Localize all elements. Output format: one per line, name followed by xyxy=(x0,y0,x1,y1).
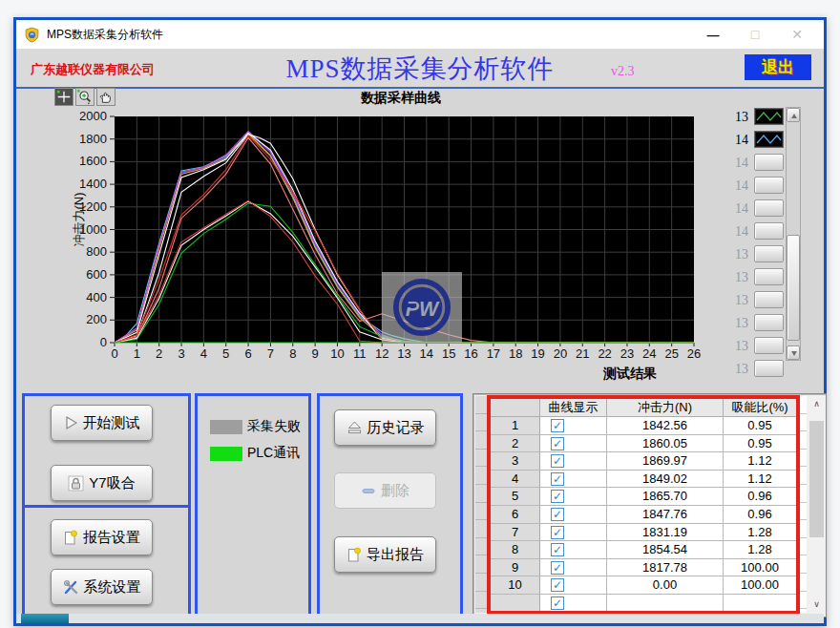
table-row: 9✓1817.78100.00 xyxy=(491,559,796,577)
window-title: MPS数据采集分析软件 xyxy=(47,27,163,43)
results-table: 曲线显示 冲击力(N) 吸能比(%) 1✓1842.560.952✓1860.0… xyxy=(472,393,827,618)
table-header-row: 曲线显示 冲击力(N) 吸能比(%) xyxy=(491,399,796,417)
row-index-cell: 1 xyxy=(491,417,540,435)
zoom-tool-icon[interactable] xyxy=(75,88,94,106)
x-tick-label: 11 xyxy=(347,346,372,361)
watermark-logo: PW xyxy=(382,272,462,343)
table-cell: 100.00 xyxy=(724,576,796,595)
table-cell: 1865.70 xyxy=(607,488,724,506)
table-cell: 0.96 xyxy=(724,488,796,506)
table-cell: 1854.54 xyxy=(607,541,724,559)
results-title: 测试结果 xyxy=(535,366,725,383)
curve-display-checkbox[interactable]: ✓ xyxy=(551,526,564,539)
x-tick-label: 2 xyxy=(147,346,172,361)
start-test-button[interactable]: 开始测试 xyxy=(51,405,153,441)
x-tick-label: 19 xyxy=(526,346,551,361)
legend-swatch[interactable] xyxy=(754,199,784,217)
legend-swatch[interactable] xyxy=(754,108,784,125)
curve-display-checkbox[interactable]: ✓ xyxy=(551,578,564,592)
legend-swatch[interactable] xyxy=(754,177,784,194)
legend-swatch[interactable] xyxy=(754,360,784,377)
table-scrollbar-thumb[interactable] xyxy=(809,421,824,537)
table-row: 5✓1865.700.96 xyxy=(491,488,796,506)
curve-display-checkbox[interactable]: ✓ xyxy=(551,597,564,610)
legend-swatch[interactable] xyxy=(754,131,784,148)
table-cell: ✓ xyxy=(540,559,607,577)
table-cell: ✓ xyxy=(540,471,607,489)
legend-swatch[interactable] xyxy=(754,245,784,262)
legend-swatch[interactable] xyxy=(754,154,784,171)
exit-button[interactable]: 退出 xyxy=(745,54,811,80)
legend-swatch[interactable] xyxy=(754,222,784,240)
export-doc-icon xyxy=(346,547,362,563)
page-title: MPS数据采集分析软件 xyxy=(16,52,824,86)
legend-scroll-down-icon[interactable] xyxy=(787,345,800,360)
legend-scrollbar[interactable] xyxy=(786,107,801,361)
legend-swatch[interactable] xyxy=(754,268,784,285)
x-tick-label: 5 xyxy=(214,346,239,361)
x-tick-label: 0 xyxy=(102,346,127,361)
minimize-icon[interactable]: — xyxy=(692,20,734,49)
close-icon[interactable]: ✕ xyxy=(776,20,818,49)
pan-tool-icon[interactable] xyxy=(96,88,116,106)
export-report-button[interactable]: 导出报告 xyxy=(334,536,436,573)
curve-display-checkbox[interactable]: ✓ xyxy=(551,543,564,556)
y7-lock-button[interactable]: Y7吸合 xyxy=(51,465,153,501)
maximize-icon[interactable]: □ xyxy=(734,20,776,49)
curve-display-checkbox[interactable]: ✓ xyxy=(551,454,564,468)
row-index-cell: 3 xyxy=(491,452,540,471)
panel-divider xyxy=(25,505,188,508)
row-index-cell: 8 xyxy=(491,541,540,559)
col-header-curve-display: 曲线显示 xyxy=(540,399,607,417)
dash-icon xyxy=(361,483,376,498)
x-tick-label: 15 xyxy=(436,346,461,361)
legend-swatch[interactable] xyxy=(754,337,784,354)
table-scroll-down-icon[interactable]: ∨ xyxy=(808,597,825,613)
table-cell: 0.95 xyxy=(724,417,796,435)
play-icon xyxy=(64,415,78,430)
x-tick-label: 1 xyxy=(124,346,149,361)
x-tick-label: 25 xyxy=(660,346,684,361)
legend-swatch[interactable] xyxy=(754,291,784,308)
legend-scrollbar-thumb[interactable] xyxy=(787,235,800,341)
row-index-cell: 2 xyxy=(491,435,540,453)
control-panel: 开始测试 Y7吸合 报告设置 系统设置 xyxy=(22,393,191,618)
table-cell: 0.96 xyxy=(724,506,796,524)
horizontal-scrollbar[interactable] xyxy=(16,614,824,623)
curve-display-checkbox[interactable]: ✓ xyxy=(551,419,564,432)
y-tick-label: 200 xyxy=(59,312,107,326)
table-row: 8✓1854.541.28 xyxy=(491,541,796,559)
table-scroll-up-icon[interactable]: ∧ xyxy=(808,396,825,412)
table-scrollbar[interactable]: ∧ ∨ xyxy=(808,396,825,613)
svg-text:PW: PW xyxy=(406,298,440,321)
x-tick-label: 20 xyxy=(548,346,573,361)
curve-display-checkbox[interactable]: ✓ xyxy=(551,561,564,575)
history-button[interactable]: 历史记录 xyxy=(334,409,436,446)
x-tick-label: 6 xyxy=(236,346,261,361)
legend-item-label: 13 xyxy=(724,270,748,285)
curve-display-checkbox[interactable]: ✓ xyxy=(551,490,564,503)
horizontal-scrollbar-thumb[interactable] xyxy=(21,614,69,623)
system-settings-button[interactable]: 系统设置 xyxy=(51,569,153,605)
table-cell: ✓ xyxy=(540,524,607,542)
report-settings-button[interactable]: 报告设置 xyxy=(51,519,153,555)
crosshair-tool-icon[interactable] xyxy=(54,88,74,106)
table-cell: ✓ xyxy=(540,576,607,595)
curve-display-checkbox[interactable]: ✓ xyxy=(551,508,564,521)
legend-swatch[interactable] xyxy=(754,314,784,331)
table-cell: ✓ xyxy=(540,595,607,613)
table-cell: 1.28 xyxy=(724,524,796,542)
row-index-cell: 7 xyxy=(491,524,540,542)
status-panel: 采集失败 PLC通讯 xyxy=(195,393,311,618)
table-row: 2✓1860.050.95 xyxy=(491,435,796,453)
table-cell: 1.12 xyxy=(724,471,796,489)
table-header-corner xyxy=(491,399,540,417)
legend-scroll-up-icon[interactable] xyxy=(787,108,800,122)
legend-item-label: 13 xyxy=(724,293,748,308)
curve-display-checkbox[interactable]: ✓ xyxy=(551,437,564,450)
acquire-fail-label: 采集失败 xyxy=(247,418,301,435)
table-cell: ✓ xyxy=(540,488,607,506)
row-index-cell: 5 xyxy=(491,488,540,506)
table-row-header-strip xyxy=(475,396,487,613)
curve-display-checkbox[interactable]: ✓ xyxy=(551,472,564,486)
